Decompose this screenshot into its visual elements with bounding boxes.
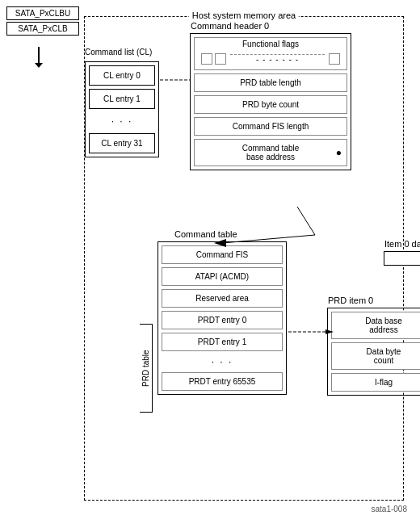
- sata-pxclbu-label: SATA_PxCLBU: [6, 6, 79, 20]
- data-byte-count-row: Data byte count: [331, 342, 420, 370]
- command-header: Command header 0 Functional flags - - - …: [190, 33, 351, 170]
- prdt-entry-0-row: PRDT entry 0: [162, 311, 283, 329]
- ct-dots: · · ·: [158, 354, 286, 369]
- bullet-dot: ●: [336, 147, 342, 158]
- cl-entry-0: CL entry 0: [89, 65, 155, 86]
- host-memory-label: Host system memory area: [189, 10, 299, 20]
- sata-down-arrow: [38, 47, 40, 63]
- prd-item-0-label: PRD item 0: [328, 296, 373, 305]
- command-list-outer-label: Command list (CL): [85, 48, 152, 57]
- prd-item-0: PRD item 0 Data base address Data byte c…: [327, 308, 420, 396]
- svg-line-1: [297, 207, 315, 235]
- item0-data-box: Item 0 data: [384, 251, 420, 266]
- command-list: CL entry 0 CL entry 1 · · · CL entry 31: [85, 61, 159, 157]
- cl-entry-1: CL entry 1: [89, 89, 155, 109]
- functional-flags-row: - - - - - - -: [198, 50, 343, 68]
- flag-box-2: [215, 53, 226, 65]
- sata-pxclb-label: SATA_PxCLB: [6, 22, 79, 36]
- cl-entry-31: CL entry 31: [89, 133, 155, 153]
- sata-labels: SATA_PxCLBU SATA_PxCLB: [6, 6, 79, 37]
- cl-dots: · · ·: [86, 112, 158, 130]
- command-table-base-address: Command table base address ●: [194, 139, 347, 166]
- flag-dots: - - - - - - -: [230, 54, 325, 64]
- watermark: sata1-008: [372, 505, 407, 514]
- command-fis-row: Command FIS: [162, 245, 283, 264]
- prd-byte-count: PRD byte count: [194, 95, 347, 114]
- atapi-row: ATAPI (ACMD): [162, 267, 283, 286]
- prd-table-label: PRD table: [140, 324, 153, 413]
- reserved-area-row: Reserved area: [162, 289, 283, 308]
- flag-box-end: [329, 53, 340, 65]
- command-header-label: Command header 0: [191, 21, 269, 31]
- i-flag-row: I-flag: [331, 373, 420, 392]
- host-memory-area: Host system memory area Command list (CL…: [84, 16, 404, 501]
- data-base-address-row: Data base address: [331, 312, 420, 339]
- main-container: SATA_PxCLBU SATA_PxCLB Host system memor…: [6, 6, 410, 515]
- flag-box-1: [201, 53, 212, 65]
- command-table: Command table Command FIS ATAPI (ACMD) R…: [158, 241, 287, 395]
- item0-data-label: Item 0 data: [384, 239, 420, 249]
- prd-table-length: PRD table length: [194, 73, 347, 92]
- prdt-entry-1-row: PRDT entry 1: [162, 333, 283, 351]
- functional-flags-label: Functional flags: [198, 40, 343, 50]
- command-fis-length: Command FIS length: [194, 117, 347, 136]
- command-table-label: Command table: [174, 229, 237, 239]
- prdt-entry-65535-row: PRDT entry 65535: [162, 372, 283, 391]
